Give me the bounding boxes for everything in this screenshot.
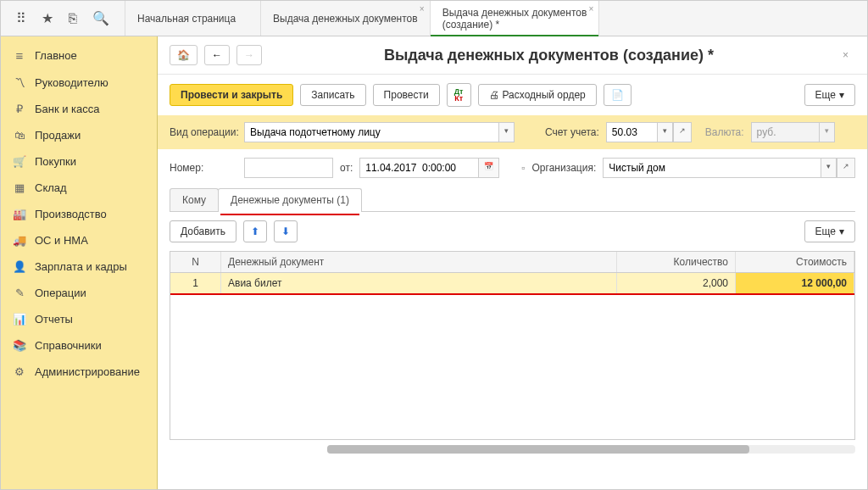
search-icon[interactable]: 🔍 xyxy=(92,10,109,26)
sidebar-item-manager[interactable]: 〽Руководителю xyxy=(1,70,157,96)
sidebar-item-label: Руководителю xyxy=(35,76,108,89)
sidebar-item-operations[interactable]: ✎Операции xyxy=(1,280,157,306)
tab-label: Выдача денежных документов xyxy=(442,7,587,19)
sidebar-item-warehouse[interactable]: ▦Склад xyxy=(1,175,157,201)
sidebar-item-label: Отчеты xyxy=(35,313,73,326)
post-and-close-button[interactable]: Провести и закрыть xyxy=(170,84,293,106)
close-icon[interactable]: × xyxy=(420,4,425,14)
close-icon[interactable]: × xyxy=(588,4,593,14)
cell-cost[interactable]: 12 000,00 xyxy=(736,273,854,293)
window-tabs: Начальная страница Выдача денежных докум… xyxy=(125,1,599,36)
history-icon[interactable]: ⎘ xyxy=(69,11,77,26)
col-header-doc[interactable]: Денежный документ xyxy=(221,252,617,272)
sidebar-item-label: Справочники xyxy=(35,339,102,352)
col-header-n[interactable]: N xyxy=(170,252,221,272)
sidebar-item-catalogs[interactable]: 📚Справочники xyxy=(1,332,157,359)
account-label: Счет учета: xyxy=(545,126,599,138)
date-label: от: xyxy=(340,162,353,174)
chevron-down-icon: ▾ xyxy=(839,226,844,237)
person-icon: 👤 xyxy=(13,260,26,273)
sidebar-item-label: Главное xyxy=(35,49,77,62)
tab-label: Выдача денежных документов xyxy=(273,13,418,25)
chart-icon: 〽 xyxy=(13,76,26,89)
tab-start-page[interactable]: Начальная страница xyxy=(125,1,261,36)
gear-icon: ⚙ xyxy=(13,365,26,378)
org-combo[interactable]: ▾ ↗ xyxy=(603,158,855,178)
col-header-qty[interactable]: Количество xyxy=(617,252,736,272)
sidebar-item-admin[interactable]: ⚙Администрирование xyxy=(1,359,157,385)
move-up-button[interactable]: ⬆ xyxy=(243,220,267,242)
sidebar-item-salary[interactable]: 👤Зарплата и кадры xyxy=(1,253,157,280)
top-icon-bar: ⠿ ★ ⎘ 🔍 xyxy=(1,1,125,36)
sidebar-item-label: Операции xyxy=(35,287,86,299)
sidebar-item-main[interactable]: ≡Главное xyxy=(1,42,157,70)
dtkt-button[interactable]: ДтКт xyxy=(447,83,471,107)
close-doc-button[interactable]: × xyxy=(836,46,855,64)
pencil-icon: ✎ xyxy=(13,287,26,299)
add-row-button[interactable]: Добавить xyxy=(170,220,236,242)
cell-qty[interactable]: 2,000 xyxy=(617,273,736,293)
tab-issue-docs-create[interactable]: Выдача денежных документов (создание) * … xyxy=(431,1,600,36)
account-combo[interactable]: ▾ ↗ xyxy=(606,122,692,142)
date-input[interactable] xyxy=(359,158,478,178)
menu-icon: ≡ xyxy=(13,48,26,63)
cell-n[interactable]: 1 xyxy=(170,273,221,293)
back-button[interactable]: ← xyxy=(204,45,230,65)
sidebar-item-sales[interactable]: 🛍Продажи xyxy=(1,122,157,148)
table-row[interactable]: 1 Авиа билет 2,000 12 000,00 xyxy=(170,273,854,295)
sidebar-item-label: Администрирование xyxy=(35,365,140,378)
tab-money-docs[interactable]: Денежные документы (1) xyxy=(218,188,362,211)
number-input[interactable] xyxy=(244,158,333,178)
write-button[interactable]: Записать xyxy=(300,84,365,106)
org-label: Организация: xyxy=(532,162,597,174)
chevron-down-icon: ▾ xyxy=(819,122,835,142)
optype-label: Вид операции: xyxy=(170,126,237,138)
report-icon: 📊 xyxy=(13,313,26,326)
grid-icon: ▦ xyxy=(13,181,26,194)
star-icon[interactable]: ★ xyxy=(42,10,53,26)
chevron-down-icon[interactable]: ▾ xyxy=(657,122,673,142)
printer-icon: 🖨 xyxy=(489,89,499,101)
open-icon[interactable]: ↗ xyxy=(673,122,692,142)
cell-doc[interactable]: Авиа билет xyxy=(221,273,617,293)
open-icon[interactable]: ↗ xyxy=(837,158,855,178)
sidebar-item-label: Зарплата и кадры xyxy=(35,260,127,273)
calendar-icon[interactable]: 📅 xyxy=(478,158,499,178)
sidebar: ≡Главное 〽Руководителю ₽Банк и касса 🛍Пр… xyxy=(1,36,158,489)
org-input[interactable] xyxy=(603,158,821,178)
sidebar-item-label: Производство xyxy=(35,208,107,220)
org-icon: ▫ xyxy=(521,162,525,174)
tab-issue-docs[interactable]: Выдача денежных документов × xyxy=(261,1,431,36)
tab-label: Начальная страница xyxy=(137,13,248,25)
chevron-down-icon[interactable]: ▾ xyxy=(498,122,515,142)
sidebar-item-bank[interactable]: ₽Банк и касса xyxy=(1,96,157,122)
expense-order-button[interactable]: 🖨Расходный ордер xyxy=(478,84,597,106)
sidebar-item-purchases[interactable]: 🛒Покупки xyxy=(1,148,157,175)
apps-icon[interactable]: ⠿ xyxy=(16,10,26,26)
account-input[interactable] xyxy=(606,122,657,142)
forward-button[interactable]: → xyxy=(236,45,262,65)
home-button[interactable]: 🏠 xyxy=(170,45,198,65)
scrollbar-thumb[interactable] xyxy=(327,445,749,454)
grid-more-button[interactable]: Еще ▾ xyxy=(804,220,855,242)
horizontal-scrollbar[interactable] xyxy=(327,445,855,454)
optype-combo[interactable]: ▾ xyxy=(244,122,515,142)
sidebar-item-assets[interactable]: 🚚ОС и НМА xyxy=(1,227,157,253)
ruble-icon: ₽ xyxy=(13,103,26,115)
attach-button[interactable]: 📄 xyxy=(604,84,632,106)
optype-input[interactable] xyxy=(244,122,498,142)
more-button[interactable]: Еще ▾ xyxy=(804,84,855,106)
currency-combo: ▾ xyxy=(751,122,835,142)
bag-icon: 🛍 xyxy=(13,129,26,142)
chevron-down-icon[interactable]: ▾ xyxy=(821,158,837,178)
post-button[interactable]: Провести xyxy=(373,84,440,106)
move-down-button[interactable]: ⬇ xyxy=(274,220,298,242)
currency-label: Валюта: xyxy=(705,126,744,138)
date-field[interactable]: 📅 xyxy=(359,158,499,178)
col-header-cost[interactable]: Стоимость xyxy=(736,252,854,272)
sidebar-item-reports[interactable]: 📊Отчеты xyxy=(1,306,157,332)
tab-whom[interactable]: Кому xyxy=(170,188,219,211)
sidebar-item-label: Продажи xyxy=(35,129,81,142)
sidebar-item-production[interactable]: 🏭Производство xyxy=(1,201,157,227)
sidebar-item-label: Покупки xyxy=(35,155,76,168)
